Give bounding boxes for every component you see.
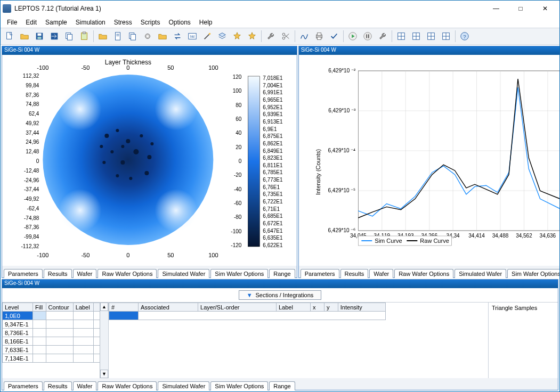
tab-raw-wafer-options[interactable]: Raw Wafer Options: [98, 269, 157, 278]
open-button[interactable]: [18, 29, 31, 43]
menu-scripts[interactable]: Scripts: [136, 18, 165, 27]
col-layerslorder[interactable]: Layer/SL-order: [198, 303, 277, 312]
menu-bar: FileEditSampleSimulationStressScriptsOpt…: [1, 17, 559, 28]
col-associated[interactable]: Associated: [139, 303, 198, 312]
tab-wafer[interactable]: Wafer: [73, 269, 97, 278]
wafer-map-body[interactable]: Layer Thickness: [2, 55, 297, 266]
svg-point-58: [129, 177, 132, 180]
tab-wafer[interactable]: Wafer: [73, 381, 97, 390]
menu-stress[interactable]: Stress: [110, 18, 136, 27]
scroll-up-button[interactable]: ▲: [100, 303, 108, 311]
svg-text:-100: -100: [37, 252, 48, 258]
curve-button[interactable]: [297, 29, 311, 43]
tab-simulated-wafer[interactable]: Simulated Wafer: [158, 269, 209, 278]
col-[interactable]: #: [109, 303, 139, 312]
grid-scrollbar[interactable]: ▲ ▼: [100, 303, 108, 378]
menu-help[interactable]: Help: [195, 18, 217, 27]
menu-simulation[interactable]: Simulation: [71, 18, 110, 27]
svg-point-48: [104, 134, 109, 138]
swap-button[interactable]: [171, 29, 184, 43]
grid4-button[interactable]: [439, 29, 453, 43]
tab-parameters[interactable]: Parameters: [301, 269, 339, 278]
grid1-button[interactable]: [394, 29, 408, 43]
layers-button[interactable]: [215, 29, 229, 43]
folder-open-button[interactable]: [96, 29, 110, 43]
svg-rect-23: [317, 33, 321, 35]
level-row[interactable]: 9,347E-1: [3, 320, 100, 329]
tab-sim-wafer-options[interactable]: Sim Wafer Options: [210, 381, 268, 390]
sections-grid[interactable]: #AssociatedLayer/SL-orderLabelxyIntensit…: [109, 303, 489, 378]
level-row[interactable]: 8,736E-1: [3, 329, 100, 337]
col-label[interactable]: Label: [73, 303, 93, 312]
doc-button[interactable]: [111, 29, 125, 43]
svg-text:6,429*10 ⁻³: 6,429*10 ⁻³: [328, 108, 356, 113]
hkl-button[interactable]: hkl: [185, 29, 199, 43]
print-button[interactable]: [312, 29, 326, 43]
menu-edit[interactable]: Edit: [21, 18, 41, 27]
tab-parameters[interactable]: Parameters: [4, 269, 43, 278]
tab-raw-wafer-options[interactable]: Raw Wafer Options: [98, 381, 157, 390]
tab-wafer[interactable]: Wafer: [369, 269, 393, 278]
svg-point-19: [209, 33, 211, 35]
star-button[interactable]: [230, 29, 244, 43]
level-row[interactable]: 8,166E-1: [3, 337, 100, 346]
wand-button[interactable]: [200, 29, 214, 43]
minimize-button[interactable]: —: [484, 1, 508, 17]
level-grid[interactable]: LevelFillContourLabel 1,0E09,347E-18,736…: [2, 303, 109, 378]
col-contour[interactable]: Contour: [46, 303, 73, 312]
svg-text:34,488: 34,488: [492, 233, 508, 239]
tab-range[interactable]: Range: [269, 381, 295, 390]
maximize-button[interactable]: □: [508, 1, 533, 17]
menu-file[interactable]: File: [3, 18, 21, 27]
svg-point-44: [59, 88, 101, 130]
pause-button[interactable]: [361, 29, 375, 43]
tab-sim-wafer-options[interactable]: Sim Wafer Options: [210, 269, 268, 278]
tab-simulated-wafer[interactable]: Simulated Wafer: [158, 381, 209, 390]
clipboard-button[interactable]: [77, 29, 91, 43]
level-row[interactable]: 7,633E-1: [3, 346, 100, 354]
col-x[interactable]: x: [311, 303, 324, 312]
starburst-button[interactable]: [245, 29, 259, 43]
export-button[interactable]: [47, 29, 61, 43]
col-fill[interactable]: Fill: [33, 303, 46, 312]
play-button[interactable]: [346, 29, 360, 43]
tab-parameters[interactable]: Parameters: [4, 381, 43, 390]
tab-results[interactable]: Results: [44, 269, 72, 278]
col-y[interactable]: y: [324, 303, 338, 312]
tab-sim-wafer-options[interactable]: Sim Wafer Options: [507, 269, 560, 278]
tab-raw-wafer-options[interactable]: Raw Wafer Options: [394, 269, 453, 278]
wrench-button[interactable]: [264, 29, 278, 43]
svg-rect-27: [366, 34, 367, 38]
copy2-button[interactable]: [126, 29, 140, 43]
svg-rect-28: [368, 34, 369, 38]
scroll-down-button[interactable]: ▼: [100, 370, 108, 378]
tab-range[interactable]: Range: [269, 269, 295, 278]
tab-simulated-wafer[interactable]: Simulated Wafer: [455, 269, 506, 278]
level-row[interactable]: 7,134E-1: [3, 354, 100, 363]
grid2-button[interactable]: [409, 29, 423, 43]
tab-results[interactable]: Results: [340, 269, 369, 278]
svg-text:0: 0: [36, 158, 39, 164]
level-row[interactable]: 1,0E0: [3, 312, 100, 320]
intensity-plot-body[interactable]: Intensity (Counts) 6,429*10 ⁻²6,429*10 ⁻…: [299, 55, 560, 266]
col-intensity[interactable]: Intensity: [338, 303, 385, 312]
copy-button[interactable]: [62, 29, 76, 43]
menu-options[interactable]: Options: [164, 18, 194, 27]
wrench2-button[interactable]: [376, 29, 389, 43]
gear-button[interactable]: [141, 29, 155, 43]
help-button[interactable]: ?: [458, 29, 472, 43]
check-button[interactable]: [327, 29, 341, 43]
grid3-button[interactable]: [424, 29, 438, 43]
close-button[interactable]: ✕: [533, 1, 557, 17]
folder2-button[interactable]: [156, 29, 169, 43]
col-label[interactable]: Label: [277, 303, 311, 312]
col-level[interactable]: Level: [3, 303, 33, 312]
tab-results[interactable]: Results: [44, 381, 72, 390]
scissors-button[interactable]: [279, 29, 293, 43]
app-icon: [3, 4, 11, 13]
save-button[interactable]: [33, 29, 46, 43]
new-doc-button[interactable]: [3, 29, 17, 43]
svg-text:100: 100: [208, 64, 218, 71]
sections-integrations-button[interactable]: ▼ Sections / Integrations: [239, 290, 322, 300]
menu-sample[interactable]: Sample: [41, 18, 71, 27]
